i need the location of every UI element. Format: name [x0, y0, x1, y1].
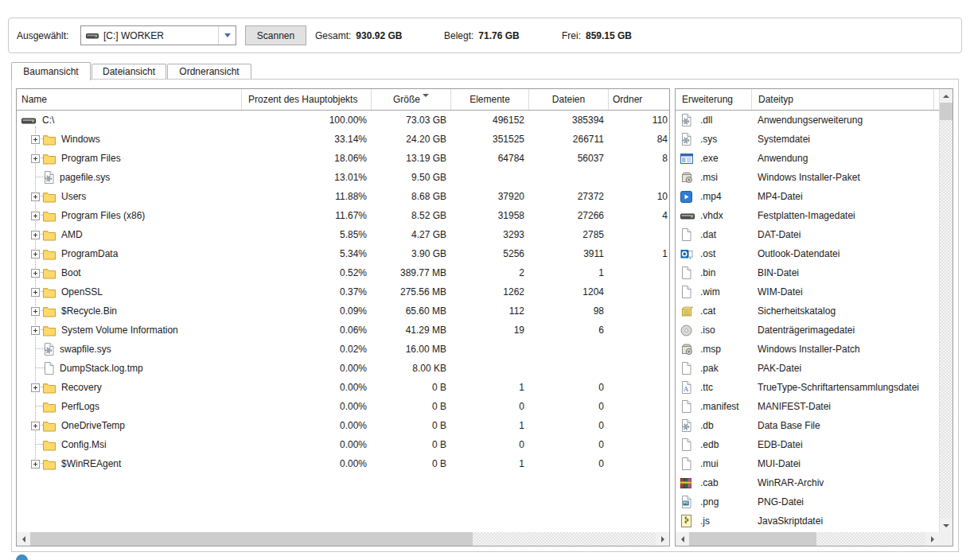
expand-icon[interactable]: [31, 288, 40, 297]
list-item[interactable]: .exeAnwendung: [676, 149, 939, 168]
expand-icon[interactable]: [31, 212, 40, 220]
table-row[interactable]: $Recycle.Bin0.09%65.60 MB11298: [17, 301, 669, 321]
expand-icon[interactable]: [31, 135, 40, 144]
tab-ordneransicht[interactable]: Ordneransicht: [167, 64, 251, 79]
files-cell: 1: [529, 267, 609, 278]
list-item[interactable]: .edbEDB-Datei: [676, 435, 939, 454]
column-header-elemente[interactable]: Elemente: [451, 89, 529, 110]
table-row[interactable]: DumpStack.log.tmp0.00%8.00 KB: [17, 359, 669, 378]
scrollbar-track[interactable]: [816, 532, 925, 546]
expand-icon[interactable]: [31, 422, 40, 430]
list-item[interactable]: .ostOutlook-Datendatei: [676, 244, 939, 263]
extension-cell: .js: [700, 515, 756, 527]
list-item[interactable]: .vhdxFestplatten-Imagedatei: [676, 206, 939, 225]
extensions-horizontal-scrollbar[interactable]: [676, 532, 939, 546]
column-header-dateien[interactable]: Dateien: [529, 89, 609, 110]
elements-cell: 1: [451, 382, 529, 393]
scroll-left-icon[interactable]: [676, 532, 689, 546]
item-name: DumpStack.log.tmp: [60, 363, 143, 374]
extensions-vertical-scrollbar[interactable]: [939, 89, 952, 532]
table-row[interactable]: swapfile.sys0.02%16.00 MB: [17, 340, 669, 359]
scroll-right-icon[interactable]: [656, 532, 669, 546]
scrollbar-thumb[interactable]: [940, 103, 952, 120]
chevron-down-icon[interactable]: [219, 26, 236, 45]
scrollbar-track[interactable]: [940, 120, 952, 519]
expand-icon[interactable]: [31, 192, 40, 201]
expand-icon[interactable]: [31, 383, 40, 392]
extension-cell: .edb: [700, 439, 756, 450]
scrollbar-track[interactable]: [473, 532, 656, 546]
expand-icon[interactable]: [31, 269, 40, 278]
column-header-prozent-des-hauptobjekts[interactable]: Prozent des Hauptobjekts: [242, 89, 372, 110]
column-header-größe[interactable]: Größe: [372, 89, 451, 110]
column-header-name[interactable]: Name: [17, 89, 242, 110]
list-item[interactable]: .manifestMANIFEST-Datei: [676, 397, 939, 416]
elements-cell: 1: [451, 420, 529, 431]
list-item[interactable]: .jsJavaSkriptdatei: [676, 511, 939, 531]
extension-cell: .db: [700, 420, 756, 431]
folders-cell: 8: [609, 153, 669, 164]
scroll-right-icon[interactable]: [925, 532, 939, 546]
list-item[interactable]: .dbData Base File: [676, 416, 939, 435]
scrollbar-thumb[interactable]: [689, 532, 816, 546]
file-icon: [680, 228, 696, 241]
table-row[interactable]: C:\100.00%73.03 GB496152385394110: [17, 111, 669, 130]
list-item[interactable]: .msiWindows Installer-Paket: [676, 168, 939, 187]
table-row[interactable]: Boot0.52%389.77 MB21: [17, 263, 669, 282]
list-item[interactable]: .cabWinRAR-Archiv: [676, 473, 939, 492]
tab-baumansicht[interactable]: Baumansicht: [11, 62, 91, 80]
expand-icon[interactable]: [31, 326, 40, 335]
table-row[interactable]: Recovery0.00%0 B10: [17, 378, 669, 397]
expand-icon[interactable]: [31, 460, 40, 469]
tree-horizontal-scrollbar[interactable]: [17, 532, 669, 546]
list-item[interactable]: .datDAT-Datei: [676, 225, 939, 244]
column-header-label: Dateien: [552, 94, 585, 105]
table-row[interactable]: Program Files18.06%13.19 GB64784560378: [17, 149, 669, 168]
list-item[interactable]: .mp4MP4-Datei: [676, 187, 939, 206]
percent-cell: 11.67%: [242, 210, 372, 221]
expand-icon[interactable]: [31, 154, 40, 163]
table-row[interactable]: Windows33.14%24.20 GB35152526671184: [17, 130, 669, 149]
scrollbar-thumb[interactable]: [30, 532, 473, 546]
list-item[interactable]: .sysSystemdatei: [676, 130, 939, 149]
tab-dateiansicht[interactable]: Dateiansicht: [92, 64, 166, 79]
scroll-left-icon[interactable]: [17, 532, 30, 546]
percent-cell: 0.00%: [242, 401, 372, 412]
list-item[interactable]: .muiMUI-Datei: [676, 454, 939, 473]
table-row[interactable]: OpenSSL0.37%275.56 MB12621204: [17, 282, 669, 301]
drive-select[interactable]: [C:] WORKER: [80, 25, 236, 45]
table-row[interactable]: ProgramData5.34%3.90 GB525639111: [17, 244, 669, 263]
list-item[interactable]: .pakPAK-Datei: [676, 359, 939, 378]
list-item[interactable]: .isoDatenträgerimagedatei: [676, 321, 939, 340]
table-row[interactable]: Config.Msi0.00%0 B00: [17, 435, 669, 454]
table-row[interactable]: System Volume Information0.06%41.29 MB19…: [17, 321, 669, 340]
scroll-up-icon[interactable]: [940, 89, 952, 103]
folder-icon: [43, 458, 56, 470]
drive-select-value: [C:] WORKER: [103, 30, 218, 41]
scan-button[interactable]: Scannen: [245, 25, 306, 45]
list-item[interactable]: A.ttcTrueType-Schriftartensammlungsdatei: [676, 378, 939, 397]
list-item[interactable]: .wimWIM-Datei: [676, 282, 939, 301]
table-row[interactable]: AMD5.85%4.27 GB32932785: [17, 225, 669, 244]
list-item[interactable]: .dllAnwendungserweiterung: [676, 111, 939, 130]
folder-icon: [43, 153, 56, 165]
list-item[interactable]: .pngPNG-Datei: [676, 492, 939, 511]
list-item[interactable]: .mspWindows Installer-Patch: [676, 340, 939, 359]
expand-icon[interactable]: [31, 307, 40, 316]
column-header-ordner[interactable]: Ordner: [609, 89, 670, 110]
table-row[interactable]: Users11.88%8.68 GB379202737210: [17, 187, 669, 206]
table-row[interactable]: PerfLogs0.00%0 B00: [17, 397, 669, 416]
list-item[interactable]: .catSicherheitskatalog: [676, 301, 939, 321]
column-header-erweiterung[interactable]: Erweiterung: [676, 89, 752, 110]
expand-icon[interactable]: [31, 231, 40, 239]
table-row[interactable]: OneDriveTemp0.00%0 B10: [17, 416, 669, 435]
list-item[interactable]: .binBIN-Datei: [676, 263, 939, 282]
table-row[interactable]: Program Files (x86)11.67%8.52 GB31958272…: [17, 206, 669, 225]
scroll-down-icon[interactable]: [940, 519, 952, 532]
expand-icon[interactable]: [31, 250, 40, 259]
table-row[interactable]: pagefile.sys13.01%9.50 GB: [17, 168, 669, 187]
column-header-dateityp[interactable]: Dateityp: [752, 89, 934, 110]
percent-cell: 33.14%: [242, 134, 372, 145]
elements-cell: 2: [451, 267, 529, 278]
table-row[interactable]: $WinREAgent0.00%0 B10: [17, 454, 669, 473]
